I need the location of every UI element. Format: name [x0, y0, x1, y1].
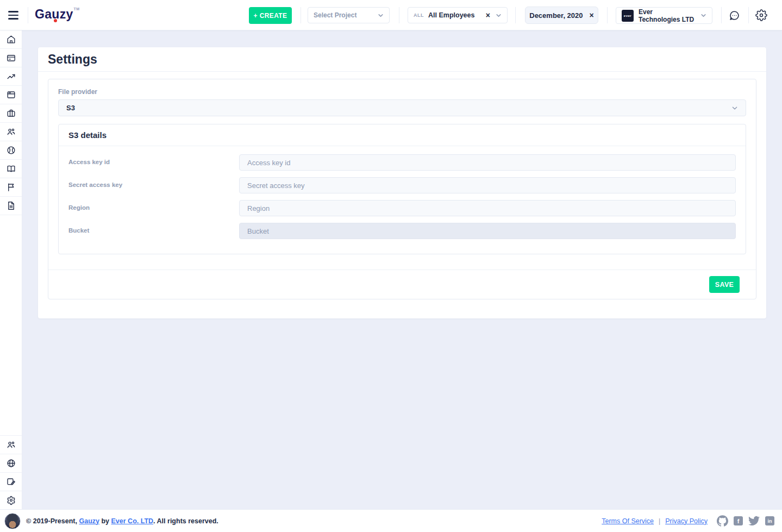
- divider: [28, 7, 28, 23]
- sidebar-toggle-button[interactable]: [7, 9, 21, 22]
- menu-icon: [8, 15, 18, 16]
- divider: [399, 7, 399, 23]
- footer-links: Terms Of Service | Privacy Policy f in: [602, 515, 774, 527]
- sidebar-item-dashboard[interactable]: [0, 30, 22, 49]
- sidebar-item-users[interactable]: [0, 435, 22, 454]
- divider: [301, 7, 301, 23]
- sidebar-item-reports[interactable]: [0, 197, 22, 215]
- main-content: Settings File provider S3 S3 details: [22, 30, 782, 509]
- divider: [721, 7, 722, 23]
- employees-select-value: All Employees: [428, 11, 486, 19]
- by-text: by: [99, 517, 111, 525]
- terms-of-service-link[interactable]: Terms Of Service: [602, 517, 654, 525]
- sidebar-item-settings[interactable]: [0, 491, 22, 509]
- sidebar-item-contacts[interactable]: [0, 160, 22, 178]
- file-provider-label: File provider: [58, 88, 746, 96]
- region-label: Region: [68, 200, 239, 211]
- link-separator: |: [659, 517, 660, 525]
- sidebar-item-themes[interactable]: [0, 472, 22, 491]
- sidebar-spacer: [0, 215, 22, 435]
- globe-alt-icon: [6, 145, 16, 155]
- sidebar-item-organizations[interactable]: [0, 454, 22, 472]
- organization-select[interactable]: ever Ever Technologies LTD: [616, 7, 712, 24]
- flag-icon: [6, 182, 16, 192]
- top-navbar: GauzyTM + CREATE Select Project ALL All …: [0, 0, 782, 30]
- secret-access-key-label: Secret access key: [68, 177, 239, 188]
- create-button[interactable]: + CREATE: [249, 7, 292, 24]
- project-select-placeholder: Select Project: [314, 11, 356, 19]
- clear-employees-icon[interactable]: ×: [486, 11, 490, 19]
- file-storage-footer: SAVE: [48, 270, 756, 299]
- employees-select[interactable]: ALL All Employees ×: [408, 7, 508, 23]
- sidebar-item-accounting[interactable]: [0, 49, 22, 67]
- region-input[interactable]: [239, 200, 736, 216]
- facebook-icon[interactable]: f: [734, 516, 743, 525]
- social-icons: f in: [717, 515, 774, 527]
- sidebar-item-sales[interactable]: [0, 67, 22, 86]
- form-row-access-key-id: Access key id: [68, 154, 736, 171]
- sidebar-item-goals[interactable]: [0, 178, 22, 197]
- logo-dot: [54, 19, 57, 22]
- briefcase-icon: [6, 108, 16, 118]
- github-icon[interactable]: [717, 515, 728, 527]
- save-button[interactable]: SAVE: [709, 276, 740, 293]
- settings-card: Settings File provider S3 S3 details: [38, 47, 766, 318]
- divider: [515, 7, 516, 23]
- project-select[interactable]: Select Project: [308, 7, 390, 23]
- settings-flower-icon: [6, 495, 16, 505]
- chat-button[interactable]: [727, 8, 742, 23]
- s3-details-title: S3 details: [68, 130, 736, 140]
- s3-details-header: S3 details: [59, 124, 746, 146]
- date-range-value: December, 2020: [529, 11, 583, 20]
- settings-card-header: Settings: [38, 47, 766, 72]
- ever-co-link[interactable]: Ever Co. LTD: [111, 517, 154, 525]
- bucket-label: Bucket: [68, 223, 239, 234]
- people-icon: [6, 127, 16, 137]
- chevron-down-icon: [731, 105, 738, 111]
- book-open-icon: [6, 164, 16, 174]
- form-row-bucket: Bucket: [68, 223, 736, 239]
- privacy-policy-link[interactable]: Privacy Policy: [665, 517, 708, 525]
- settings-button[interactable]: [754, 8, 769, 23]
- s3-details-body: Access key id Secret access key Region: [59, 146, 746, 254]
- linkedin-icon[interactable]: in: [765, 516, 774, 525]
- app-root: GauzyTM + CREATE Select Project ALL All …: [0, 0, 782, 532]
- browser-icon: [6, 90, 16, 100]
- page-footer: © 2019-Present, Gauzy by Ever Co. LTD. A…: [0, 509, 782, 532]
- twitter-icon[interactable]: [748, 515, 760, 527]
- sidebar-item-jobs[interactable]: [0, 104, 22, 123]
- page-title: Settings: [48, 52, 97, 67]
- chevron-down-icon: [378, 12, 384, 18]
- rights-text: . All rights reserved.: [153, 517, 218, 525]
- theme-icon: [6, 477, 16, 487]
- avatar[interactable]: [4, 513, 21, 529]
- chevron-down-icon: [496, 12, 502, 18]
- file-provider-select[interactable]: S3: [58, 99, 746, 116]
- access-key-id-input[interactable]: [239, 154, 736, 171]
- message-circle-icon: [728, 9, 741, 22]
- gauzy-logo[interactable]: GauzyTM: [35, 7, 79, 22]
- menu-icon: [8, 11, 18, 12]
- all-employees-badge: ALL: [414, 12, 424, 18]
- clear-date-icon[interactable]: ×: [590, 11, 594, 19]
- logo-tm: TM: [74, 7, 80, 11]
- file-provider-value: S3: [66, 104, 75, 112]
- file-storage-body: File provider S3 S3 details Access: [48, 79, 756, 270]
- gauzy-link[interactable]: Gauzy: [79, 517, 99, 525]
- divider: [748, 7, 749, 23]
- gear-icon: [755, 9, 767, 21]
- form-row-secret-access-key: Secret access key: [68, 177, 736, 193]
- access-key-id-label: Access key id: [68, 154, 239, 165]
- bucket-input[interactable]: [239, 223, 736, 239]
- divider: [607, 7, 608, 23]
- secret-access-key-input[interactable]: [239, 177, 736, 193]
- sidebar-item-organization[interactable]: [0, 141, 22, 160]
- users-icon: [6, 440, 16, 450]
- sidebar-item-tasks[interactable]: [0, 86, 22, 104]
- date-range-picker[interactable]: December, 2020 ×: [525, 7, 598, 24]
- file-text-icon: [6, 201, 16, 211]
- settings-card-body: File provider S3 S3 details Access: [38, 72, 766, 299]
- sidebar-item-employees[interactable]: [0, 123, 22, 141]
- form-row-region: Region: [68, 200, 736, 216]
- copyright-prefix: © 2019-Present,: [26, 517, 79, 525]
